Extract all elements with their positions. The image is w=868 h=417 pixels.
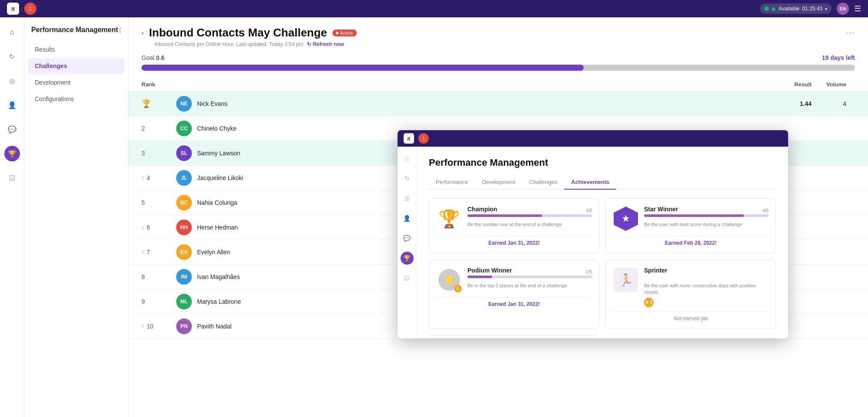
chevron-down-icon[interactable]: ▾ [825,7,827,11]
rank-cell: 5 [141,199,176,206]
sidebar-icon-trophy[interactable]: 🏆 [4,146,20,161]
progress-bar-fill [141,65,584,71]
medal-icon: ⭐1 [436,267,462,293]
sidebar-item-configurations[interactable]: Configurations [28,91,125,107]
achievement-top: 🏆 Champion 3/5 Be the number one at the … [436,206,592,232]
achievement-card-champion: 🏆 Champion 3/5 Be the number one at the … [429,198,599,253]
main-content: ‹ Inbound Contacts May Challenge Active … [128,17,868,417]
challenge-title: Inbound Contacts May Challenge [149,26,327,39]
player-name: Ivan Magalhães [197,273,240,280]
tab-challenges[interactable]: Challenges [522,175,564,190]
col-header-result: Result [768,81,812,88]
rank-cell: ↑10 [141,323,176,330]
player-name: Jacqueline Likoki [197,174,243,181]
player-name: Nahia Colunga [197,199,237,206]
rank-number: 6 [147,224,150,231]
earned-label: Earned Feb 28, 2022! [613,236,769,246]
second-sidebar-tasks[interactable]: ☑ [401,272,414,285]
refresh-link[interactable]: ↻ Refresh now [307,41,344,47]
table-row[interactable]: 🏆 NE Nick Evans 1.44 4 [128,92,868,116]
status-badge[interactable]: ◆ Available 01:25:43 ▾ [760,3,832,14]
sidebar-icon-target[interactable]: ◎ [4,73,20,89]
avatar: ML [176,294,192,309]
progress-section: Goal 0.6 19 days left [128,47,868,78]
active-badge: Active [332,30,357,36]
progress-text: 4/5 [763,208,769,213]
col-header-rank: Rank [141,81,176,88]
player-name: Evelyn Allen [197,249,230,256]
player-name: Marysa Labrone [197,298,241,305]
second-main-title: Performance Management [429,157,776,168]
sidebar-item-results[interactable]: Results [28,42,125,57]
tab-development[interactable]: Development [475,175,522,190]
status-diamond: ◆ [771,5,776,12]
collapse-button[interactable]: ⟨ [119,26,121,33]
achievement-card-star-winner: ★ Star Winner 4/5 Be the user with best … [605,198,776,253]
second-sidebar-activity[interactable]: ↻ [401,172,414,185]
side-nav: ResultsChallengesDevelopmentConfiguratio… [24,42,128,107]
arrow-up-icon: ↑ [141,249,144,255]
avatar: CC [176,121,192,136]
status-dot [764,7,769,11]
app-icon[interactable]: it [7,3,19,15]
top-bar-left: it 1 [7,3,36,15]
tab-achievements[interactable]: Achievements [564,175,616,190]
second-sidebar-trophy[interactable]: 🏆 [401,252,414,265]
second-tabs: PerformanceDevelopmentChallengesAchievem… [429,175,776,190]
progress-fill [467,214,542,217]
tab-performance[interactable]: Performance [429,175,475,190]
top-bar-right: ◆ Available 01:25:43 ▾ SA ☰ [760,3,861,15]
second-app-icon[interactable]: it [404,133,414,144]
rank-number: 2 [141,125,145,132]
achievement-name: Star Winner [644,206,769,213]
rank-number: 10 [147,323,154,330]
side-panel-header: Performance Management ⟨ [24,26,128,41]
achievement-info: Champion 3/5 Be the number one at the en… [467,206,592,228]
second-body: ⌂ ↻ ◎ 👤 💬 🏆 ☑ Performance Management Per… [398,147,788,338]
progress-text: 3/5 [586,208,592,213]
rank-cell: ↓6 [141,224,176,231]
achievement-desc: Be in the top 3 places at the end of a c… [467,282,592,289]
sidebar-icon-home[interactable]: ⌂ [4,24,20,40]
achievement-card-climber: 🎈 Climber 5/5 Be the user that climbed m… [429,335,599,338]
table-header: Rank Result Volume [128,78,868,92]
sidebar-icon-tasks[interactable]: ☑ [4,170,20,186]
rank-cell: ↑4 [141,174,176,181]
achievement-grid: 🏆 Champion 3/5 Be the number one at the … [429,198,776,338]
not-earned-label: Not earned yet [613,312,769,322]
notification-icon[interactable]: 1 [24,3,36,15]
goal-value: 0.6 [156,54,164,61]
sidebar-icon-chat[interactable]: 💬 [4,121,20,137]
achievement-info: Podium Winner 1/5 Be in the top 3 places… [467,267,592,289]
sidebar-icon-activity[interactable]: ↻ [4,49,20,64]
second-sidebar-people[interactable]: 👤 [401,212,414,225]
sidebar-icon-people[interactable]: 👤 [4,97,20,113]
earned-label: Earned Jan 31, 2022! [436,297,592,307]
rank-cell: 2 [141,125,176,132]
second-sidebar-chat[interactable]: 💬 [401,232,414,245]
second-sidebar-home[interactable]: ⌂ [401,152,414,165]
sidebar-item-challenges[interactable]: Challenges [28,58,125,74]
second-notif-icon[interactable]: 1 [418,133,429,144]
second-sidebar-target[interactable]: ◎ [401,192,414,205]
rank-cell: ↑7 [141,249,176,256]
active-dot [336,32,339,34]
name-cell: NE Nick Evans [176,96,768,112]
achievement-card-podium-winner: ⭐1 Podium Winner 1/5 Be in the top 3 pla… [429,259,599,329]
sprinter-icon: 🏃 [613,267,639,293]
menu-icon[interactable]: ☰ [854,4,861,13]
avatar: PN [176,318,192,334]
player-name: Pavith Nadal [197,323,231,330]
status-time: 01:25:43 [802,6,822,12]
rank-number: 9 [141,298,145,305]
sidebar-item-development[interactable]: Development [28,75,125,90]
avatar[interactable]: SA [837,3,849,15]
more-options-button[interactable]: ··· [846,28,855,37]
col-header-volume: Volume [812,81,855,88]
back-button[interactable]: ‹ [141,29,144,37]
days-left: 19 days left [822,54,855,61]
avatar: NE [176,96,192,112]
player-name: Herse Hedman [197,224,238,231]
player-name: Nick Evans [197,100,227,107]
achievement-top: 🏃 Sprinter Be the user with more consecu… [613,267,769,307]
